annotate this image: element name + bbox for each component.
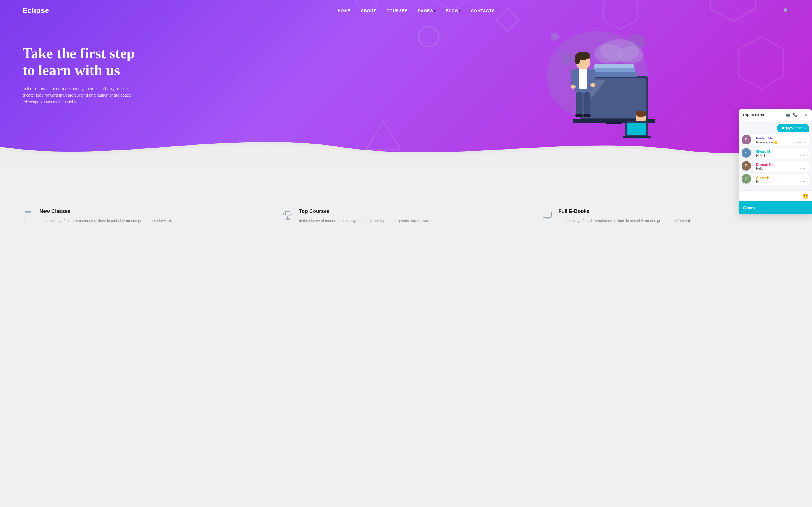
svg-rect-22 [593,68,635,72]
svg-point-40 [636,111,646,117]
chat-widget: Trip to Paris › 📹 📞 | ✕ Hi guys! 5:50 PM [739,109,812,214]
sender-name-ameya: Ameya K [756,176,806,179]
avatar-rashmi: R [742,135,751,145]
svg-rect-35 [576,93,582,115]
svg-point-25 [606,122,622,124]
svg-text:R: R [745,137,748,142]
chat-header: Trip to Paris › 📹 📞 | ✕ [739,109,812,121]
feature-title-2: Full E-Books [559,209,691,214]
hero-subtitle: In the history of modern astronomy, ther… [22,86,141,106]
avatar-shoaib: S [742,148,751,158]
close-icon[interactable]: ✕ [804,112,808,117]
feature-ebooks-text: Full E-Books In the history of modern as… [559,209,691,224]
chat-footer-label: Chats [743,205,755,210]
nav-about[interactable]: ABOUT [361,8,376,13]
features-section: New Classes In the history of modern ast… [0,197,812,240]
chat-header-controls: 📹 📞 | ✕ [785,112,808,118]
hero-title: Take the first step to learn with us [22,45,147,79]
phone-icon[interactable]: 📞 [793,113,797,117]
svg-rect-36 [584,93,590,115]
message-text-dhanraj: Hello! 5:50 PM [756,167,806,170]
sender-name-shoaib: Shoaib M [756,150,806,153]
avatar-dhanraj: D [742,161,751,171]
chat-header-title-area: Trip to Paris › [743,113,767,117]
sender-name-dhanraj: Dhanraj Sh... [756,163,806,166]
book-icon [22,210,34,223]
greeting-bubble: Hi guys! 5:50 PM [777,124,809,132]
hero-wrapper: Eclipse HOME ABOUT COURSES PAGES BLOG CO… [0,0,812,163]
feature-new-classes-text: New Classes In the history of modern ast… [40,209,172,224]
feature-desc-2: In the history of modern astronomy, ther… [559,218,691,224]
chat-message-rashmi: R Rashmi Ma... Hi everyone 😀 5:50 PM [742,135,809,146]
svg-point-28 [574,54,580,64]
svg-text:A: A [745,177,748,181]
feature-new-classes: New Classes In the history of modern ast… [22,209,270,224]
message-text-shoaib: Hi All!! 5:50 PM [756,154,806,157]
outgoing-bubble: Hi guys! 5:50 PM [742,124,809,132]
message-content-rashmi: Rashmi Ma... Hi everyone 😀 5:50 PM [753,135,809,146]
feature-title-1: Top Courses [299,209,432,214]
chat-title: Trip to Paris [743,113,764,117]
search-icon[interactable]: 🔍 [783,8,790,14]
svg-point-37 [575,114,583,117]
svg-point-33 [571,85,576,89]
hero-section: Eclipse HOME ABOUT COURSES PAGES BLOG CO… [0,0,812,163]
feature-top-courses: Top Courses In the history of modern ast… [282,209,530,224]
nav-contacts[interactable]: CONTACTS [471,8,495,13]
feature-desc-0: In the history of modern astronomy, ther… [40,218,172,224]
svg-point-16 [594,44,622,63]
svg-rect-31 [571,69,575,86]
message-text-rashmi: Hi everyone 😀 5:50 PM [756,140,806,144]
svg-text:D: D [745,164,748,168]
feature-top-courses-text: Top Courses In the history of modern ast… [299,209,432,224]
nav-links: HOME ABOUT COURSES PAGES BLOG CONTACTS [338,8,495,13]
chat-message-dhanraj: D Dhanraj Sh... Hello! 5:50 PM [742,161,809,172]
logo[interactable]: Eclipse [22,6,49,15]
nav-pages[interactable]: PAGES [418,8,436,13]
svg-rect-32 [591,69,595,84]
message-content-shoaib: Shoaib M Hi All!! 5:50 PM [753,148,809,159]
svg-rect-60 [543,212,552,217]
message-content-ameya: Ameya K Hi 5:50 PM [753,174,809,185]
svg-rect-59 [286,219,290,219]
sender-name-rashmi: Rashmi Ma... [756,136,806,140]
feature-desc-1: In the history of modern astronomy, ther… [299,218,432,224]
svg-point-38 [583,114,591,117]
svg-point-34 [591,83,596,87]
svg-point-14 [551,33,559,41]
svg-point-17 [618,47,644,63]
hero-content: Take the first step to learn with us In … [0,22,169,106]
video-icon[interactable]: 📹 [785,113,790,117]
trophy-icon [282,210,293,223]
navbar: Eclipse HOME ABOUT COURSES PAGES BLOG CO… [0,0,812,21]
svg-rect-21 [592,72,637,77]
emoji-icon[interactable]: 🙂 [802,193,809,199]
svg-rect-23 [594,64,634,68]
svg-text:S: S [745,151,748,155]
chat-message-shoaib: S Shoaib M Hi All!! 5:50 PM [742,148,809,159]
message-text-ameya: Hi 5:50 PM [756,180,806,183]
nav-courses[interactable]: COURSES [386,8,408,13]
chat-message-ameya: A Ameya K Hi 5:50 PM [742,174,809,185]
chat-footer: Chats [739,202,812,214]
chat-messages-area: Hi guys! 5:50 PM R Rashmi Ma... Hi every… [739,121,812,190]
monitor-icon [542,210,553,223]
chat-chevron-icon: › [765,113,767,117]
feature-title-0: New Classes [40,209,172,214]
scroll-up-icon[interactable]: ⌃ [742,193,746,199]
avatar-ameya: A [742,174,751,184]
svg-rect-30 [579,69,587,89]
hero-wave [0,130,812,163]
nav-home[interactable]: HOME [338,8,351,13]
message-content-dhanraj: Dhanraj Sh... Hello! 5:50 PM [753,161,809,172]
svg-point-12 [561,53,574,65]
nav-blog[interactable]: BLOG [446,8,461,13]
